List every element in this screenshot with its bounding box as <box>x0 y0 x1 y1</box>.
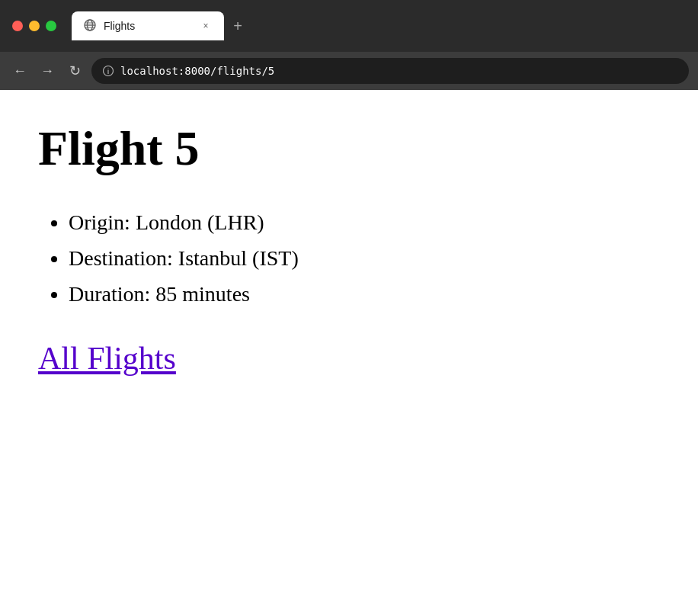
new-tab-button[interactable]: + <box>227 15 248 37</box>
active-tab[interactable]: Flights × <box>72 11 224 40</box>
reload-button[interactable]: ↻ <box>64 60 85 82</box>
globe-icon <box>84 19 98 33</box>
address-bar[interactable]: i localhost:8000/flights/5 <box>91 58 689 84</box>
close-window-button[interactable] <box>12 21 23 31</box>
back-button[interactable]: ← <box>9 60 30 82</box>
page-title: Flight 5 <box>38 120 660 177</box>
url-display: localhost:8000/flights/5 <box>120 65 274 77</box>
origin-detail: Origin: London (LHR) <box>69 207 660 237</box>
browser-chrome: Flights × + ← → ↻ i localhost:8000/fligh… <box>0 0 698 90</box>
title-bar: Flights × + <box>0 0 698 52</box>
page-content: Flight 5 Origin: London (LHR) Destinatio… <box>0 90 698 616</box>
all-flights-link[interactable]: All Flights <box>38 341 176 376</box>
tab-label: Flights <box>104 20 194 32</box>
tab-bar: Flights × + <box>72 11 248 40</box>
destination-detail: Destination: Istanbul (IST) <box>69 243 660 273</box>
flight-details-list: Origin: London (LHR) Destination: Istanb… <box>38 207 660 310</box>
forward-button[interactable]: → <box>37 60 58 82</box>
duration-detail: Duration: 85 minutes <box>69 279 660 309</box>
tab-close-button[interactable]: × <box>200 20 212 32</box>
maximize-window-button[interactable] <box>46 21 56 31</box>
navigation-bar: ← → ↻ i localhost:8000/flights/5 <box>0 52 698 90</box>
info-icon: i <box>102 65 114 77</box>
window-controls <box>12 21 56 31</box>
minimize-window-button[interactable] <box>29 21 40 31</box>
svg-text:i: i <box>107 68 110 75</box>
